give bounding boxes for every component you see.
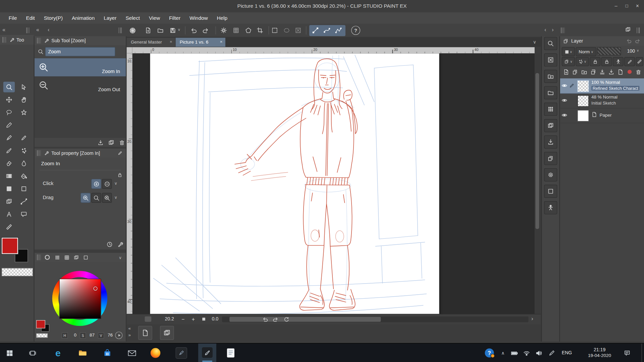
- layer-thumbnail[interactable]: [577, 95, 589, 107]
- edge-browser-button[interactable]: e: [52, 346, 64, 360]
- layer-filter-dropdown[interactable]: ∨: [562, 47, 575, 56]
- dock-extra-icon[interactable]: [625, 27, 631, 33]
- crop-button[interactable]: [255, 25, 265, 35]
- help-tray-button[interactable]: ?: [484, 348, 494, 358]
- dock-grip-right[interactable]: [637, 27, 640, 33]
- menu-select[interactable]: Select: [121, 12, 145, 24]
- story-editor-button[interactable]: [160, 326, 174, 340]
- firefox-button[interactable]: [151, 348, 160, 358]
- import-subtool-button[interactable]: [96, 139, 105, 146]
- layer-mask-dropdown[interactable]: ∨: [562, 57, 575, 66]
- rotate-right-button[interactable]: [271, 315, 280, 323]
- correct-line-tool[interactable]: [18, 196, 30, 207]
- canvas-viewport[interactable]: [132, 53, 535, 314]
- help-button[interactable]: ?: [351, 26, 360, 35]
- clip-studio-paint-button[interactable]: [198, 344, 216, 362]
- lock-transparent-pixels-button[interactable]: [601, 57, 612, 66]
- delete-layer-button[interactable]: [634, 68, 643, 76]
- canvas-vscrollbar[interactable]: [535, 53, 540, 314]
- subtool-drag-handle[interactable]: [118, 27, 122, 33]
- tab-close-icon[interactable]: ×: [220, 39, 222, 44]
- sv-square[interactable]: [59, 279, 101, 319]
- item-bank-panel-button[interactable]: [544, 86, 557, 99]
- redo-button[interactable]: [200, 25, 211, 35]
- figure-outline-tool[interactable]: [18, 183, 30, 194]
- lock-settings-icon[interactable]: [116, 172, 123, 178]
- minimize-button[interactable]: –: [611, 2, 621, 10]
- opacity-caret-icon[interactable]: ∨: [637, 49, 639, 53]
- drag-off-option[interactable]: [102, 193, 112, 203]
- select-ellipse-button[interactable]: [281, 25, 292, 35]
- hscrollbar-thumb[interactable]: [229, 317, 381, 322]
- zoom-tool[interactable]: [3, 82, 15, 93]
- straight-line-button[interactable]: [310, 25, 321, 35]
- collapse-left-panel-icon[interactable]: «: [2, 27, 5, 33]
- pose-panel-button[interactable]: [544, 201, 557, 214]
- click-zoom-out-option[interactable]: [102, 179, 112, 189]
- navigator-panel-button[interactable]: [544, 37, 557, 50]
- ruler-layer-button[interactable]: [636, 57, 643, 66]
- show-desktop-sliver[interactable]: [642, 344, 642, 362]
- tool-property-grip[interactable]: [37, 150, 41, 156]
- material-panel-button[interactable]: [544, 152, 557, 165]
- layer-panel-menu-icon[interactable]: [635, 38, 641, 44]
- layer-panel-drag-handle[interactable]: [561, 27, 565, 33]
- transfer-layer-button[interactable]: [589, 68, 598, 76]
- menu-filter[interactable]: Filter: [164, 12, 185, 24]
- undo-button[interactable]: [188, 25, 199, 35]
- tool-palette-grip[interactable]: [2, 37, 6, 43]
- color-panel-grip[interactable]: [37, 254, 41, 260]
- menu-layer[interactable]: Layer: [99, 12, 121, 24]
- sv-marker[interactable]: [93, 287, 97, 291]
- blend-mode-dropdown[interactable]: Norm∨: [576, 47, 596, 56]
- menu-window[interactable]: Window: [185, 12, 212, 24]
- draft-layer-button[interactable]: [625, 68, 634, 76]
- splitter-notch[interactable]: [145, 316, 152, 322]
- layer-visibility-eye-icon[interactable]: [561, 112, 568, 118]
- menu-view[interactable]: View: [145, 12, 165, 24]
- merge-down-button[interactable]: [598, 68, 607, 76]
- drag-area-zoom-option[interactable]: [91, 193, 101, 203]
- layer-visibility-eye-icon[interactable]: [561, 82, 568, 88]
- tone-panel-button[interactable]: [544, 103, 557, 116]
- rotate-left-button[interactable]: [261, 315, 269, 323]
- chevron-left-icon[interactable]: ‹: [48, 27, 49, 33]
- text-tool[interactable]: [3, 209, 15, 220]
- panel-drag-handle[interactable]: [26, 27, 30, 33]
- fill-tool[interactable]: [18, 171, 30, 181]
- transparent-chip[interactable]: [36, 333, 48, 338]
- duplicate-subtool-button[interactable]: [107, 139, 115, 146]
- pen-input-icon[interactable]: [548, 349, 556, 357]
- pencil-tool[interactable]: [18, 133, 30, 143]
- collapse-subtool-icon[interactable]: «: [36, 27, 39, 33]
- transparent-color-swatch[interactable]: [2, 268, 33, 276]
- clock[interactable]: 21:19 19-04-2020: [583, 347, 616, 358]
- auto-select-tool[interactable]: [18, 107, 30, 118]
- new-folder-button[interactable]: [580, 68, 589, 76]
- lock-layer-button[interactable]: [590, 57, 600, 66]
- material-frame-panel-button[interactable]: [544, 185, 557, 198]
- gradient-tool[interactable]: [3, 171, 15, 181]
- save-button[interactable]: [167, 25, 178, 35]
- file-explorer-button[interactable]: [76, 347, 89, 359]
- expand-up-icon[interactable]: «: [128, 326, 131, 331]
- vscrollbar-thumb[interactable]: [535, 73, 539, 229]
- drag-zoom-option[interactable]: [80, 193, 90, 203]
- move-tool[interactable]: [3, 95, 15, 105]
- fit-to-screen-button[interactable]: [200, 315, 207, 322]
- expand-down-icon[interactable]: »: [128, 333, 131, 338]
- tray-expand-icon[interactable]: ∧: [499, 349, 506, 357]
- polygon-button[interactable]: [243, 25, 254, 35]
- layer-thumbnail[interactable]: [577, 110, 589, 121]
- blend-tool[interactable]: [18, 158, 30, 169]
- ruler-tool[interactable]: [3, 222, 15, 232]
- special-ruler-button[interactable]: [218, 25, 229, 35]
- color-mixer-tab-icon[interactable]: [83, 255, 89, 260]
- settings-wrench-icon[interactable]: [116, 241, 124, 248]
- document-app-button[interactable]: [224, 347, 237, 359]
- main-color-swatch[interactable]: [2, 238, 18, 254]
- pattern-panel-button[interactable]: [544, 119, 557, 132]
- menu-animation[interactable]: Animation: [67, 12, 99, 24]
- reset-history-icon[interactable]: [105, 241, 114, 248]
- balloon-tool[interactable]: [18, 209, 30, 220]
